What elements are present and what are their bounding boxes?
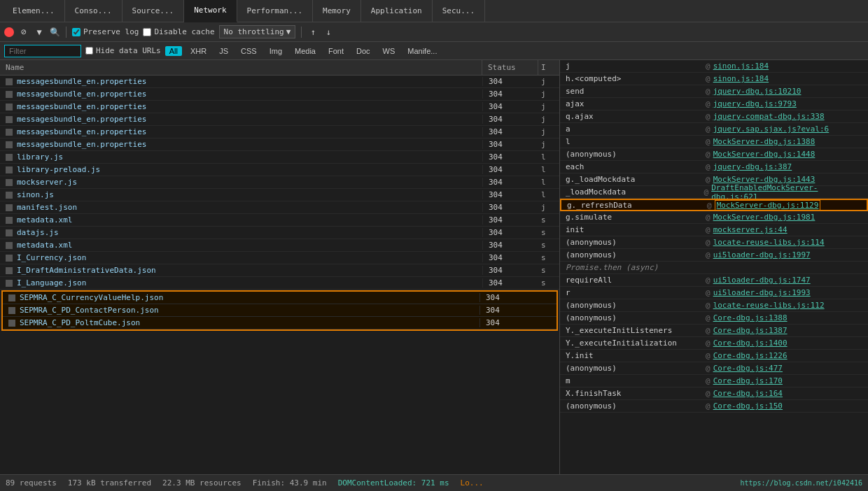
callstack-row[interactable]: requireAll @ ui5loader-dbg.js:1747 <box>560 274 868 287</box>
callstack-link[interactable]: MockServer-dbg.js:1981 <box>713 213 816 222</box>
callstack-link[interactable]: Core-dbg.js:1226 <box>713 351 788 360</box>
table-row[interactable]: library.js 304 l <box>0 151 559 164</box>
disable-cache-checkbox[interactable] <box>143 28 151 36</box>
callstack-link[interactable]: mockserver.js:44 <box>713 225 788 234</box>
throttle-dropdown[interactable]: No throttling ▼ <box>219 25 296 38</box>
type-btn-doc[interactable]: Doc <box>352 46 374 56</box>
table-row[interactable]: mockserver.js 304 l <box>0 176 559 189</box>
preserve-log-checkbox[interactable] <box>72 28 80 36</box>
table-row-highlighted-3[interactable]: SEPMRA_C_PD_PoltmCube.json 304 <box>3 317 556 329</box>
callstack-row[interactable]: (anonymous) @ MockServer-dbg.js:1448 <box>560 148 868 161</box>
callstack-link[interactable]: jquery-dbg.js:9793 <box>713 99 797 108</box>
callstack-link[interactable]: Core-dbg.js:1387 <box>713 326 788 335</box>
callstack-link[interactable]: jquery-dbg.js:10210 <box>713 87 802 96</box>
callstack-row[interactable]: ajax @ jquery-dbg.js:9793 <box>560 98 868 111</box>
hide-data-urls-checkbox[interactable] <box>85 47 93 55</box>
tab-security[interactable]: Secu... <box>433 0 485 22</box>
callstack-link[interactable]: Core-dbg.js:477 <box>713 364 783 373</box>
table-row[interactable]: messagesbundle_en.properties 304 j <box>0 88 559 101</box>
callstack-row[interactable]: (anonymous) @ locate-reuse-libs.js:114 <box>560 236 868 249</box>
callstack-link[interactable]: locate-reuse-libs.js:112 <box>713 301 825 310</box>
table-row[interactable]: messagesbundle_en.properties 304 j <box>0 76 559 88</box>
callstack-link[interactable]: locate-reuse-libs.js:114 <box>713 238 825 247</box>
callstack-link[interactable]: ui5loader-dbg.js:1997 <box>713 250 811 259</box>
table-row[interactable]: sinon.js 304 l <box>0 189 559 201</box>
callstack-row[interactable]: init @ mockserver.js:44 <box>560 224 868 236</box>
table-row[interactable]: I_DraftAdministrativeData.json 304 s <box>0 264 559 277</box>
callstack-row-refreshdata[interactable]: g._refreshData @ MockServer-dbg.js:1129 <box>560 199 868 211</box>
disable-cache-checkbox-group[interactable]: Disable cache <box>143 27 214 36</box>
callstack-row[interactable]: _loadMockdata @ DraftEnabledMockServer-d… <box>560 186 868 199</box>
callstack-row[interactable]: m @ Core-dbg.js:170 <box>560 375 868 387</box>
table-row-highlighted-2[interactable]: SEPMRA_C_PD_ContactPerson.json 304 <box>3 304 556 317</box>
callstack-row[interactable]: r @ ui5loader-dbg.js:1993 <box>560 287 868 299</box>
table-row[interactable]: messagesbundle_en.properties 304 j <box>0 126 559 138</box>
tab-console[interactable]: Conso... <box>65 0 122 22</box>
type-btn-font[interactable]: Font <box>324 46 348 56</box>
callstack-row[interactable]: (anonymous) @ Core-dbg.js:150 <box>560 400 868 413</box>
table-row[interactable]: messagesbundle_en.properties 304 j <box>0 138 559 151</box>
hide-data-urls-group[interactable]: Hide data URLs <box>85 46 161 55</box>
upload-icon[interactable]: ↑ <box>307 27 318 38</box>
search-icon[interactable]: 🔍 <box>49 27 60 38</box>
callstack-row-each[interactable]: each @ jquery-dbg.js:387 <box>560 161 868 173</box>
callstack-row[interactable]: g.simulate @ MockServer-dbg.js:1981 <box>560 211 868 224</box>
callstack-row[interactable]: (anonymous) @ Core-dbg.js:477 <box>560 362 868 375</box>
type-btn-media[interactable]: Media <box>290 46 320 56</box>
record-icon[interactable] <box>4 27 14 37</box>
callstack-row[interactable]: h.<computed> @ sinon.js:184 <box>560 73 868 85</box>
tab-application[interactable]: Application <box>361 0 433 22</box>
tab-elements[interactable]: Elemen... <box>3 0 65 22</box>
callstack-link[interactable]: MockServer-dbg.js:1448 <box>713 150 816 159</box>
table-row[interactable]: I_Language.json 304 s <box>0 277 559 290</box>
tab-performance[interactable]: Performan... <box>237 0 313 22</box>
callstack-link-refreshdata[interactable]: MockServer-dbg.js:1129 <box>715 200 821 211</box>
callstack-row[interactable]: send @ jquery-dbg.js:10210 <box>560 85 868 98</box>
table-row[interactable]: metadata.xml 304 s <box>0 214 559 227</box>
callstack-link[interactable]: sinon.js:184 <box>713 62 769 71</box>
callstack-row[interactable]: l @ MockServer-dbg.js:1388 <box>560 136 868 148</box>
type-btn-ws[interactable]: WS <box>379 46 400 56</box>
callstack-row[interactable]: (anonymous) @ locate-reuse-libs.js:112 <box>560 299 868 312</box>
callstack-row[interactable]: Y.init @ Core-dbg.js:1226 <box>560 350 868 362</box>
tab-sources[interactable]: Source... <box>122 0 185 22</box>
filter-input[interactable] <box>4 45 81 57</box>
table-row-highlighted-1[interactable]: SEPMRA_C_CurrencyValueHelp.json 304 <box>3 292 556 304</box>
table-row[interactable]: I_Currency.json 304 s <box>0 252 559 264</box>
callstack-row[interactable]: q.ajax @ jquery-compat-dbg.js:338 <box>560 111 868 123</box>
callstack-link[interactable]: sinon.js:184 <box>713 74 769 83</box>
table-row[interactable]: messagesbundle_en.properties 304 j <box>0 101 559 113</box>
callstack-link[interactable]: jquery-compat-dbg.js:338 <box>713 112 825 121</box>
callstack-link[interactable]: Core-dbg.js:1400 <box>713 339 788 348</box>
type-btn-manifest[interactable]: Manife... <box>403 46 441 56</box>
type-btn-all[interactable]: All <box>165 46 182 56</box>
callstack-row[interactable]: (anonymous) @ Core-dbg.js:1388 <box>560 312 868 325</box>
callstack-link[interactable]: Core-dbg.js:170 <box>713 376 783 385</box>
callstack-link[interactable]: Core-dbg.js:150 <box>713 401 783 411</box>
preserve-log-checkbox-group[interactable]: Preserve log <box>72 27 139 36</box>
callstack-link[interactable]: Core-dbg.js:1388 <box>713 313 788 322</box>
callstack-link[interactable]: jquery-dbg.js:387 <box>713 162 792 171</box>
callstack-row[interactable]: Y._executeInitListeners @ Core-dbg.js:13… <box>560 325 868 337</box>
callstack-link[interactable]: MockServer-dbg.js:1388 <box>713 137 816 146</box>
download-icon[interactable]: ↓ <box>323 27 334 38</box>
table-row[interactable]: datajs.js 304 s <box>0 227 559 239</box>
type-btn-img[interactable]: Img <box>265 46 286 56</box>
callstack-row[interactable]: a @ jquery.sap.sjax.js?eval:6 <box>560 123 868 136</box>
callstack-row[interactable]: j @ sinon.js:184 <box>560 60 868 73</box>
table-row[interactable]: metadata.xml 304 s <box>0 239 559 252</box>
tab-memory[interactable]: Memory <box>313 0 361 22</box>
stop-icon[interactable]: ⊘ <box>18 27 29 38</box>
callstack-link[interactable]: jquery.sap.sjax.js?eval:6 <box>713 124 830 134</box>
table-row[interactable]: messagesbundle_en.properties 304 j <box>0 113 559 126</box>
table-row[interactable]: library-preload.js 304 l <box>0 164 559 176</box>
filter-icon[interactable]: ▼ <box>34 27 45 38</box>
type-btn-css[interactable]: CSS <box>237 46 261 56</box>
callstack-row[interactable]: X.finishTask @ Core-dbg.js:164 <box>560 387 868 400</box>
callstack-link[interactable]: ui5loader-dbg.js:1747 <box>713 276 811 285</box>
table-row[interactable]: manifest.json 304 j <box>0 201 559 214</box>
callstack-row[interactable]: Y._executeInitialization @ Core-dbg.js:1… <box>560 337 868 350</box>
tab-network[interactable]: Network <box>184 0 237 22</box>
type-btn-js[interactable]: JS <box>215 46 232 56</box>
type-btn-xhr[interactable]: XHR <box>186 46 211 56</box>
